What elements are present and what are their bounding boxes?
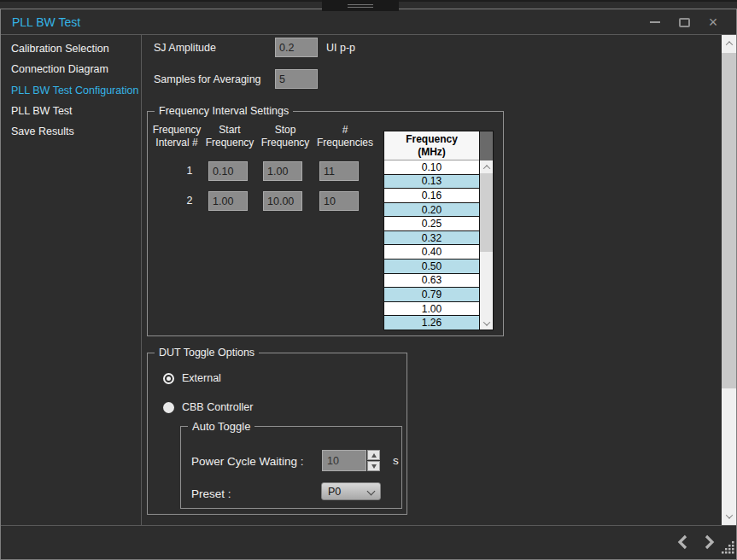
power-cycle-waiting-label: Power Cycle Waiting : [191, 455, 304, 468]
sidebar-item-connection-diagram[interactable]: Connection Diagram [1, 59, 141, 79]
scroll-down-button[interactable] [480, 317, 493, 330]
power-cycle-waiting-input[interactable] [322, 450, 366, 471]
maximize-button[interactable] [670, 9, 699, 35]
dut-toggle-options-title: DUT Toggle Options [155, 346, 259, 360]
sidebar-item-save-results[interactable]: Save Results [1, 121, 141, 142]
external-radio-option[interactable]: External [163, 372, 221, 384]
dropdown-chevron-icon [367, 487, 376, 496]
nav-back-icon [676, 534, 688, 551]
cbb-controller-radio-label: CBB Controller [182, 401, 253, 413]
interval-1-start-frequency-input[interactable] [208, 161, 248, 181]
power-cycle-waiting-unit: s [393, 454, 399, 467]
table-row[interactable]: 0.40 [384, 244, 479, 259]
main-scroll-down-button[interactable] [722, 508, 736, 525]
sj-amplitude-input[interactable] [275, 38, 318, 57]
title-bar[interactable]: PLL BW Test × [1, 9, 736, 35]
table-row[interactable]: 0.20 [384, 202, 479, 217]
table-row[interactable]: 0.79 [384, 287, 479, 301]
main-scroll-up-button[interactable] [722, 35, 736, 52]
auto-toggle-title: Auto Toggle [188, 419, 254, 434]
frequency-interval-settings-group: Frequency Interval Settings FrequencyInt… [147, 111, 504, 336]
resize-grip-icon [722, 541, 734, 554]
column-header-num-frequencies: #Frequencies [315, 124, 375, 149]
nav-forward-icon [704, 534, 716, 551]
table-row[interactable]: 1.00 [384, 301, 479, 316]
table-row[interactable]: 0.13 [384, 174, 479, 189]
radio-unselected-icon [163, 402, 174, 413]
sidebar-item-calibration-selection[interactable]: Calibration Selection [1, 38, 141, 59]
nav-back-button[interactable] [676, 534, 688, 554]
auto-toggle-group: Auto Toggle Power Cycle Waiting : s Pres… [180, 426, 402, 509]
table-row[interactable]: 1.26 [384, 315, 479, 330]
screen: PLL BW Test × Calibration Selection Conn… [0, 0, 737, 560]
table-row[interactable]: 0.10 [384, 160, 479, 174]
sidebar: Calibration Selection Connection Diagram… [1, 35, 142, 525]
sidebar-item-pll-bw-test-configuration[interactable]: PLL BW Test Configuration [1, 80, 141, 101]
preset-label: Preset : [191, 487, 231, 500]
minimize-button[interactable] [640, 9, 670, 35]
spinner-up-icon [371, 453, 377, 458]
drag-handle-icon[interactable] [322, 0, 399, 11]
samples-for-averaging-input[interactable] [275, 69, 318, 89]
samples-for-averaging-label: Samples for Averaging [154, 73, 261, 85]
interval-2-start-frequency-input[interactable] [208, 191, 248, 211]
sj-amplitude-unit: UI p-p [326, 42, 355, 54]
power-cycle-waiting-spinner [322, 450, 380, 471]
interval-2-stop-frequency-input[interactable] [263, 191, 302, 211]
window-controls: × [640, 9, 728, 35]
nav-forward-button[interactable] [704, 534, 716, 554]
close-icon: × [709, 15, 718, 30]
table-row[interactable]: 0.32 [384, 230, 479, 245]
main-scrollbar-thumb[interactable] [722, 53, 736, 388]
maximize-icon [679, 18, 690, 27]
interval-1-label: 1 [182, 165, 197, 177]
interval-1-stop-frequency-input[interactable] [263, 161, 302, 181]
interval-2-label: 2 [182, 195, 197, 207]
scroll-up-icon [483, 165, 489, 172]
radio-selected-icon [163, 373, 174, 384]
frequency-table: Frequency (MHz) 0.10 0.13 0.16 0.20 0.25… [383, 131, 494, 330]
minimize-icon [650, 21, 660, 23]
scroll-down-icon [725, 511, 732, 518]
scroll-down-icon [483, 318, 489, 325]
scroll-up-icon [725, 41, 732, 48]
table-row[interactable]: 0.50 [384, 259, 479, 273]
preset-dropdown[interactable]: P0 [321, 482, 381, 500]
frequency-table-header: Frequency (MHz) [384, 131, 479, 160]
column-header-stop-frequency: StopFrequency [257, 124, 313, 149]
sj-amplitude-label: SJ Amplitude [154, 42, 216, 54]
frequency-table-rows: 0.10 0.13 0.16 0.20 0.25 0.32 0.40 0.50 … [384, 160, 479, 330]
pll-bw-test-window: PLL BW Test × Calibration Selection Conn… [0, 9, 737, 560]
close-button[interactable]: × [699, 9, 728, 35]
resize-grip[interactable] [722, 541, 734, 557]
main-panel: SJ Amplitude UI p-p Samples for Averagin… [142, 35, 722, 525]
interval-1-num-frequencies-input[interactable] [319, 161, 359, 181]
scrollbar-thumb[interactable] [480, 173, 493, 252]
scrollbar-track[interactable] [480, 160, 493, 330]
table-row[interactable]: 0.16 [384, 188, 479, 202]
spinner-up-button[interactable] [367, 450, 380, 460]
bottom-bar [1, 525, 736, 559]
preset-dropdown-value: P0 [328, 486, 341, 498]
spinner-down-icon [371, 464, 377, 469]
spinner-down-button[interactable] [367, 461, 380, 471]
main-scrollbar[interactable] [722, 35, 736, 525]
column-header-start-frequency: StartFrequency [201, 124, 259, 149]
frequency-interval-settings-title: Frequency Interval Settings [155, 104, 293, 119]
sidebar-item-pll-bw-test[interactable]: PLL BW Test [1, 101, 141, 121]
cbb-controller-radio-option[interactable]: CBB Controller [163, 401, 253, 413]
scrollbar-header-filler [480, 131, 493, 160]
table-row[interactable]: 0.63 [384, 273, 479, 288]
dut-toggle-options-group: DUT Toggle Options External CBB Controll… [147, 353, 407, 515]
window-title: PLL BW Test [1, 15, 80, 29]
interval-2-num-frequencies-input[interactable] [319, 191, 359, 211]
external-radio-label: External [182, 372, 221, 384]
table-row[interactable]: 0.25 [384, 216, 479, 230]
frequency-table-scrollbar[interactable] [479, 131, 493, 330]
column-header-frequency-interval: FrequencyInterval # [149, 124, 204, 149]
scroll-up-button[interactable] [480, 160, 493, 173]
